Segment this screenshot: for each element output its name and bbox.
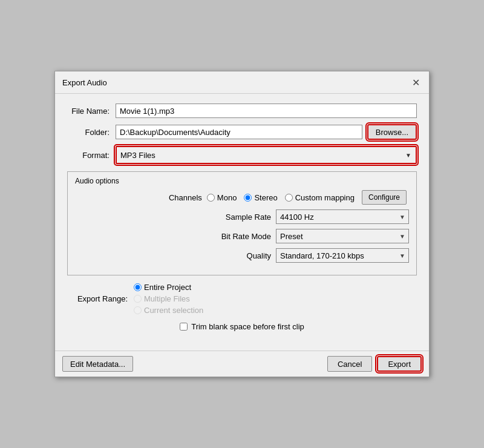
file-name-input[interactable]	[116, 104, 417, 118]
file-name-row: File Name:	[67, 104, 417, 118]
export-multiple-label: Multiple Files	[144, 294, 190, 303]
channels-stereo-radio[interactable]	[244, 194, 252, 202]
bottom-bar: Edit Metadata... Cancel Export	[55, 351, 429, 377]
export-current-selection[interactable]: Current selection	[134, 306, 203, 315]
bit-rate-mode-row: Bit Rate Mode Preset Variable Average Co…	[75, 229, 409, 243]
configure-button[interactable]: Configure	[362, 190, 407, 205]
channels-custom[interactable]: Custom mapping	[285, 193, 355, 202]
trim-row: Trim blank space before first clip	[67, 322, 417, 331]
channels-radio-group: Mono Stereo Custom mapping	[207, 193, 355, 202]
bit-rate-mode-label: Bit Rate Mode	[221, 232, 271, 241]
export-multiple-files[interactable]: Multiple Files	[134, 294, 203, 303]
trim-label: Trim blank space before first clip	[191, 322, 304, 331]
export-range-row: Export Range: Entire Project Multiple Fi…	[67, 283, 417, 315]
channels-custom-label: Custom mapping	[295, 193, 355, 202]
trim-checkbox-label[interactable]: Trim blank space before first clip	[180, 322, 304, 331]
format-row: Format: MP3 Files WAV Files FLAC Files O…	[67, 146, 417, 164]
export-multiple-radio[interactable]	[134, 295, 142, 303]
export-entire-project[interactable]: Entire Project	[134, 283, 203, 292]
audio-options-label: Audio options	[75, 177, 409, 185]
channels-stereo-label: Stereo	[254, 193, 277, 202]
bottom-right-buttons: Cancel Export	[327, 356, 422, 372]
channels-mono[interactable]: Mono	[207, 193, 237, 202]
channels-mono-radio[interactable]	[207, 194, 215, 202]
channels-custom-radio[interactable]	[285, 194, 293, 202]
export-entire-label: Entire Project	[144, 283, 191, 292]
export-range-label: Export Range:	[67, 294, 134, 303]
cancel-button[interactable]: Cancel	[327, 356, 372, 372]
sample-rate-wrapper: 44100 Hz 8000 Hz 22050 Hz 48000 Hz ▼	[276, 209, 409, 224]
edit-metadata-button[interactable]: Edit Metadata...	[62, 356, 133, 372]
quality-wrapper: Standard, 170-210 kbps Extreme, 220-260 …	[276, 248, 409, 263]
quality-label: Quality	[247, 251, 271, 260]
bit-rate-mode-select[interactable]: Preset Variable Average Constant	[276, 229, 409, 243]
bit-rate-mode-wrapper: Preset Variable Average Constant ▼	[276, 229, 409, 243]
channels-row: Channels Mono Stereo Custom mapping	[75, 190, 409, 205]
file-name-label: File Name:	[67, 107, 116, 116]
channels-label: Channels	[169, 193, 202, 202]
close-button[interactable]: ✕	[410, 76, 422, 88]
quality-select[interactable]: Standard, 170-210 kbps Extreme, 220-260 …	[276, 248, 409, 263]
export-range-section: Export Range: Entire Project Multiple Fi…	[67, 283, 417, 315]
export-current-label: Current selection	[144, 306, 203, 315]
sample-rate-label: Sample Rate	[226, 212, 271, 222]
export-current-radio[interactable]	[134, 306, 142, 314]
browse-button[interactable]: Browse...	[367, 124, 417, 140]
trim-checkbox-input[interactable]	[180, 323, 188, 331]
quality-row: Quality Standard, 170-210 kbps Extreme, …	[75, 248, 409, 263]
sample-rate-select[interactable]: 44100 Hz 8000 Hz 22050 Hz 48000 Hz	[276, 209, 409, 224]
folder-input[interactable]	[116, 125, 362, 139]
export-audio-dialog: Export Audio ✕ File Name: Folder: Browse…	[54, 71, 430, 377]
format-select[interactable]: MP3 Files WAV Files FLAC Files OGG Files…	[117, 147, 416, 163]
title-bar: Export Audio ✕	[55, 71, 429, 94]
dialog-body: File Name: Folder: Browse... Format: MP3…	[55, 94, 429, 351]
channels-mono-label: Mono	[217, 193, 237, 202]
format-dropdown-box: MP3 Files WAV Files FLAC Files OGG Files…	[116, 146, 417, 164]
export-entire-radio[interactable]	[134, 283, 142, 291]
channels-stereo[interactable]: Stereo	[244, 193, 277, 202]
format-label: Format:	[67, 151, 116, 160]
folder-row: Folder: Browse...	[67, 124, 417, 140]
export-range-options: Entire Project Multiple Files Current se…	[134, 283, 203, 315]
export-button[interactable]: Export	[377, 356, 422, 372]
sample-rate-row: Sample Rate 44100 Hz 8000 Hz 22050 Hz 48…	[75, 209, 409, 224]
dialog-title: Export Audio	[62, 78, 107, 87]
folder-label: Folder:	[67, 128, 116, 137]
format-dropdown-container: MP3 Files WAV Files FLAC Files OGG Files…	[116, 146, 417, 164]
audio-options-section: Audio options Channels Mono Stereo Cus	[67, 171, 417, 275]
